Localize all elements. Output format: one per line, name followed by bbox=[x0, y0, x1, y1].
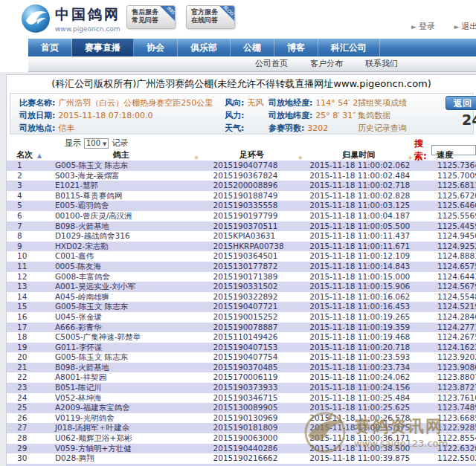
info-label: 司放地纬度: bbox=[268, 111, 315, 120]
return-time-cell: 2015-11-18 11:00:23.734 bbox=[303, 363, 414, 373]
table-row: 19G011-李怀谋20151904071532015-11-18 11:00:… bbox=[7, 343, 476, 353]
speed-cell: 1125.6466 bbox=[414, 201, 476, 211]
sort-icon: ◆ bbox=[408, 152, 412, 161]
info-value: 3202 bbox=[307, 123, 328, 133]
table-row: 14A045-岭南雄狮20151903228922015-11-18 11:00… bbox=[7, 292, 476, 302]
ring-number-cell: 2015190181809 bbox=[200, 423, 304, 433]
speed-cell: 1123.8807 bbox=[414, 372, 476, 383]
column-header-return-time[interactable]: 归巢时间◆ bbox=[303, 149, 414, 161]
return-time-cell: 2015-11-18 11:00:24.062 bbox=[303, 372, 414, 383]
logout-link[interactable]: ►退出 bbox=[454, 22, 476, 31]
table-row: 13A001-昊远实业-刘小军20151903315022015-11-18 1… bbox=[7, 282, 476, 292]
table-row: 4B0115-尊贵赛鸽网20151901887492015-11-18 11:0… bbox=[7, 191, 476, 201]
table-row: 26V0119-光明鸽舍20151901309692015-11-18 11:0… bbox=[7, 413, 476, 424]
sort-icon: ◆ bbox=[298, 152, 302, 161]
return-time-cell: 2015-11-18 11:00:02.718 bbox=[303, 181, 414, 191]
owner-cell: D1029-越战鸽舍316 bbox=[42, 231, 200, 242]
login-link[interactable]: ►登录 bbox=[411, 22, 435, 31]
return-time-cell: 2015-11-18 11:00:11.671 bbox=[303, 242, 414, 252]
speed-cell: 1124.2846 bbox=[414, 312, 476, 323]
table-row: 110005-陈友海20151301778722015-11-18 11:00:… bbox=[7, 262, 476, 272]
nav-item-俱乐部[interactable]: 俱乐部 bbox=[178, 39, 231, 56]
rank-cell: 7 bbox=[7, 221, 42, 232]
ring-number-cell: 2015190370511 bbox=[200, 221, 304, 232]
info-field: 司放地经度: 114° 54′ 2″ ″ bbox=[268, 97, 367, 109]
return-time-cell: 2015-11-18 11:00:19.359 bbox=[303, 323, 414, 333]
info-value: 2015-11-18 07:18:00.0 bbox=[58, 111, 152, 120]
speed-cell: 1124.9252 bbox=[414, 242, 476, 252]
owner-cell: HXD02-宋志勤 bbox=[42, 242, 200, 252]
nav-item-赛事直播[interactable]: 赛事直播 bbox=[72, 39, 134, 56]
owner-cell: U045-张金瑗 bbox=[42, 312, 200, 323]
return-time-cell: 2015-11-18 11:00:02.062 bbox=[303, 161, 414, 171]
rank-cell: 29 bbox=[7, 444, 42, 454]
info-label: 比赛名称: bbox=[19, 98, 58, 108]
return-time-cell: 2015-11-18 11:00:38.500 bbox=[303, 444, 414, 454]
owner-cell: A666-彩青华 bbox=[42, 323, 200, 333]
column-header-rank[interactable]: 名次▲ bbox=[7, 149, 42, 161]
owner-cell: 00100-曾庆灵/高汉洲 bbox=[42, 211, 200, 221]
return-time-cell: 2015-11-18 11:00:24.156 bbox=[303, 383, 414, 393]
info-field: 风向: 无风 bbox=[225, 97, 263, 109]
nav-item-博客[interactable]: 博客 bbox=[274, 39, 318, 56]
nav-item-科汇公司[interactable]: 科汇公司 bbox=[318, 39, 380, 56]
info-field: 比赛名称: 广州浩羽（白云）公棚热身赛空距250公里 bbox=[19, 97, 213, 109]
ring-number-cell: 2015190171389 bbox=[200, 272, 304, 282]
return-time-cell: 2015-11-18 11:00:04.187 bbox=[303, 211, 414, 221]
table-row: 3E1021-慧郭20152000088962015-11-18 11:00:0… bbox=[7, 181, 476, 191]
rank-cell: 17 bbox=[7, 323, 42, 333]
return-time-cell: 2015-11-18 11:00:26.578 bbox=[303, 413, 414, 424]
speed-cell: 1124.5548 bbox=[414, 292, 476, 302]
back-button[interactable]: 返回 bbox=[446, 96, 476, 110]
speed-cell: 1124.6575 bbox=[414, 262, 476, 272]
owner-cell: V052-林坤海 bbox=[42, 393, 200, 404]
nav-item-首页[interactable]: 首页 bbox=[28, 39, 72, 56]
subnav-item-联系我们[interactable]: 联系我们 bbox=[365, 56, 398, 71]
ring-number-cell: 2015190015252 bbox=[200, 312, 304, 323]
subnav-item-客户分布[interactable]: 客户分布 bbox=[310, 56, 343, 71]
ring-number-cell: 2015190407721 bbox=[200, 302, 304, 312]
owner-cell: S003-海龙-裴熠富 bbox=[42, 171, 200, 181]
nav-item-协会[interactable]: 协会 bbox=[134, 39, 178, 56]
results-table-body: 1G005-陈玉文 陈志东20151904077482015-11-18 11:… bbox=[7, 161, 476, 464]
rank-cell: 26 bbox=[7, 413, 42, 424]
table-row: 23B051-陈记川20151903739332015-11-18 11:00:… bbox=[7, 383, 476, 393]
info-label: 司放地经度: bbox=[268, 98, 315, 108]
official-service-badge[interactable]: 官方服务 在线问答 BLOG bbox=[186, 5, 235, 29]
rank-cell: 28 bbox=[7, 433, 42, 444]
table-row: 7B098-火箭基地20151903705112015-11-18 11:00:… bbox=[7, 221, 476, 232]
column-header-speed[interactable]: 速度 bbox=[414, 149, 476, 161]
page-size-select[interactable]: 100▼ bbox=[84, 138, 109, 149]
table-row: 12G008-丰富鸽舍20151901713892015-11-18 11:00… bbox=[7, 272, 476, 282]
ring-number-cell: 2015170006119 bbox=[200, 372, 304, 383]
owner-cell: A8001-祥契园 bbox=[42, 372, 200, 383]
column-header-owner[interactable]: 鸽主◆ bbox=[42, 149, 200, 161]
site-title: 中国鸽网 bbox=[55, 5, 120, 25]
owner-cell: B0115-尊贵赛鸽网 bbox=[42, 191, 200, 201]
after-sales-service-badge[interactable]: 售后服务 常见问答 BBS bbox=[126, 5, 176, 29]
subnav-item-公司首页[interactable]: 公司首页 bbox=[255, 56, 288, 71]
rank-cell: 6 bbox=[7, 211, 42, 221]
ring-number-cell: 2015190407748 bbox=[200, 161, 304, 171]
rank-cell: 1 bbox=[7, 161, 42, 171]
owner-cell: B051-陈记川 bbox=[42, 383, 200, 393]
speed-cell: 1124.1623 bbox=[414, 343, 476, 353]
rank-cell: 30 bbox=[7, 453, 42, 464]
owner-cell: V059-方轴明+方壮健 bbox=[42, 444, 200, 454]
info-link-历史记录查询[interactable]: 历史记录查询 bbox=[358, 123, 407, 134]
rank-cell: 5 bbox=[7, 201, 42, 211]
rank-cell: 9 bbox=[7, 242, 42, 252]
info-field: 参赛羽数: 3202 bbox=[268, 123, 328, 134]
ring-number-cell: 2015190063000 bbox=[200, 433, 304, 444]
return-time-cell: 2015-11-18 11:00:16.453 bbox=[303, 302, 414, 312]
ring-number-cell: 2015190373933 bbox=[200, 383, 304, 393]
ring-number-cell: 2015190188749 bbox=[200, 191, 304, 201]
site-logo[interactable]: 中国鸽网 www.pigeoncn.com bbox=[21, 4, 120, 33]
info-link-集鸽数据[interactable]: 集鸽数据 bbox=[358, 110, 390, 121]
return-time-cell: 2015-11-18 11:00:19.468 bbox=[303, 332, 414, 343]
info-link-插组奖项成绩[interactable]: 插组奖项成绩 bbox=[358, 97, 407, 109]
rank-cell: 20 bbox=[7, 352, 42, 363]
nav-item-公棚[interactable]: 公棚 bbox=[231, 39, 274, 56]
column-header-ring[interactable]: 足环号◆ bbox=[200, 149, 304, 161]
table-row: 28U062-顺辉卫浴+郑彬20151900630002015-11-18 11… bbox=[7, 433, 476, 444]
